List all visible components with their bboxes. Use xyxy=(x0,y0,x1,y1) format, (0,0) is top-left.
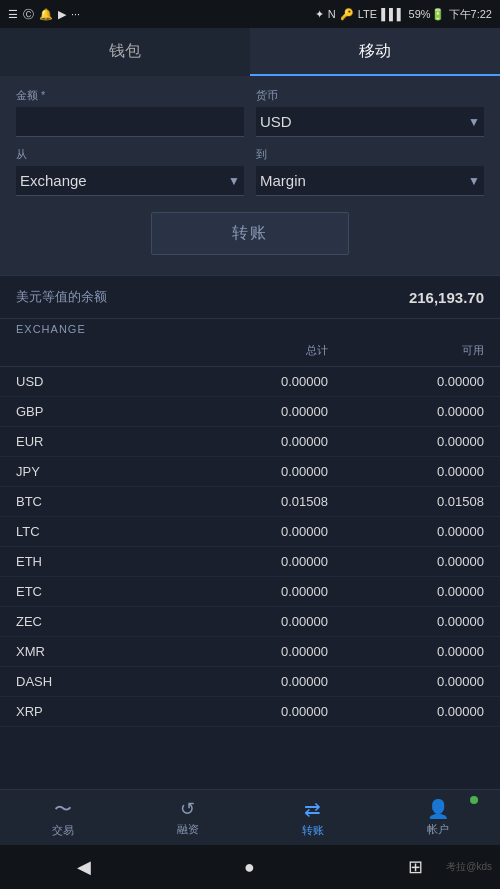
table-row: LTC 0.00000 0.00000 xyxy=(0,517,500,547)
from-field: 从 Exchange ▼ xyxy=(16,147,244,196)
nav-transfer[interactable]: ⇄ 转账 xyxy=(250,790,375,845)
nfc-icon: N xyxy=(328,8,336,20)
table-row: GBP 0.00000 0.00000 xyxy=(0,397,500,427)
from-value: Exchange xyxy=(20,172,87,189)
currency-arrow-icon: ▼ xyxy=(468,115,480,129)
back-button[interactable]: ◀ xyxy=(77,856,91,878)
cell-name-8: ZEC xyxy=(16,614,172,629)
nav-fund-label: 融资 xyxy=(177,822,199,837)
balance-label: 美元等值的余额 xyxy=(16,288,107,306)
recents-button[interactable]: ⊞ xyxy=(408,856,423,878)
cell-name-5: LTC xyxy=(16,524,172,539)
from-label: 从 xyxy=(16,147,244,162)
tab-wallet[interactable]: 钱包 xyxy=(0,28,250,76)
battery-icon: 59%🔋 xyxy=(409,8,445,21)
cell-avail-0: 0.00000 xyxy=(328,374,484,389)
currency-field: 货币 USD ▼ xyxy=(256,88,484,137)
tab-move[interactable]: 移动 xyxy=(250,28,500,76)
from-select[interactable]: Exchange ▼ xyxy=(16,166,244,196)
balance-area: 美元等值的余额 216,193.70 xyxy=(0,275,500,319)
cell-name-11: XRP xyxy=(16,704,172,719)
cell-total-3: 0.00000 xyxy=(172,464,328,479)
table-row: BTC 0.01508 0.01508 xyxy=(0,487,500,517)
dots: ··· xyxy=(71,8,80,20)
amount-input[interactable] xyxy=(16,107,244,137)
transfer-btn-row: 转账 xyxy=(16,212,484,259)
amount-currency-row: 金额 * 货币 USD ▼ xyxy=(16,88,484,137)
cell-avail-7: 0.00000 xyxy=(328,584,484,599)
col-header-available: 可用 xyxy=(328,343,484,358)
cell-total-10: 0.00000 xyxy=(172,674,328,689)
play-icon: ▶ xyxy=(58,8,66,21)
cell-total-11: 0.00000 xyxy=(172,704,328,719)
currency-label: 货币 xyxy=(256,88,484,103)
cell-name-3: JPY xyxy=(16,464,172,479)
to-arrow-icon: ▼ xyxy=(468,174,480,188)
table-row: JPY 0.00000 0.00000 xyxy=(0,457,500,487)
watermark: 考拉@kds xyxy=(446,860,492,874)
to-field: 到 Margin ▼ xyxy=(256,147,484,196)
section-label: EXCHANGE xyxy=(0,319,500,335)
table-header: 总计 可用 xyxy=(0,335,500,367)
cell-avail-3: 0.00000 xyxy=(328,464,484,479)
cell-name-1: GBP xyxy=(16,404,172,419)
nav-transfer-label: 转账 xyxy=(302,823,324,838)
balance-value: 216,193.70 xyxy=(409,289,484,306)
cell-avail-4: 0.01508 xyxy=(328,494,484,509)
currency-select[interactable]: USD ▼ xyxy=(256,107,484,137)
table-row: DASH 0.00000 0.00000 xyxy=(0,667,500,697)
table-row: USD 0.00000 0.00000 xyxy=(0,367,500,397)
home-button[interactable]: ● xyxy=(244,857,255,878)
key-icon: 🔑 xyxy=(340,8,354,21)
transfer-button[interactable]: 转账 xyxy=(151,212,349,255)
bluetooth-icon: ✦ xyxy=(315,8,324,21)
table-row: EUR 0.00000 0.00000 xyxy=(0,427,500,457)
cell-total-9: 0.00000 xyxy=(172,644,328,659)
menu-icon: ☰ xyxy=(8,8,18,21)
to-value: Margin xyxy=(260,172,306,189)
bottom-nav: 〜 交易 ↺ 融资 ⇄ 转账 👤 帐户 xyxy=(0,789,500,845)
col-header-total: 总计 xyxy=(172,343,328,358)
nav-trade-label: 交易 xyxy=(52,823,74,838)
to-select[interactable]: Margin ▼ xyxy=(256,166,484,196)
cell-avail-10: 0.00000 xyxy=(328,674,484,689)
table-row: ETH 0.00000 0.00000 xyxy=(0,547,500,577)
cell-total-7: 0.00000 xyxy=(172,584,328,599)
account-online-dot xyxy=(470,796,478,804)
status-bar: ☰ Ⓒ 🔔 ▶ ··· ✦ N 🔑 LTE ▌▌▌ 59%🔋 下午7:22 xyxy=(0,0,500,28)
nav-account[interactable]: 👤 帐户 xyxy=(375,790,500,845)
col-header-name xyxy=(16,343,172,358)
cell-avail-8: 0.00000 xyxy=(328,614,484,629)
cell-total-6: 0.00000 xyxy=(172,554,328,569)
table-area: USD 0.00000 0.00000 GBP 0.00000 0.00000 … xyxy=(0,367,500,842)
from-to-row: 从 Exchange ▼ 到 Margin ▼ xyxy=(16,147,484,196)
cell-total-8: 0.00000 xyxy=(172,614,328,629)
from-arrow-icon: ▼ xyxy=(228,174,240,188)
nav-account-label: 帐户 xyxy=(427,822,449,837)
status-left-icons: ☰ Ⓒ 🔔 ▶ ··· xyxy=(8,7,80,22)
cell-name-10: DASH xyxy=(16,674,172,689)
transfer-icon: ⇄ xyxy=(304,797,321,821)
cell-avail-5: 0.00000 xyxy=(328,524,484,539)
table-row: XMR 0.00000 0.00000 xyxy=(0,637,500,667)
cell-avail-11: 0.00000 xyxy=(328,704,484,719)
top-tabs: 钱包 移动 xyxy=(0,28,500,76)
cell-total-4: 0.01508 xyxy=(172,494,328,509)
cell-name-9: XMR xyxy=(16,644,172,659)
nav-fund[interactable]: ↺ 融资 xyxy=(125,790,250,845)
nav-trade[interactable]: 〜 交易 xyxy=(0,790,125,845)
currency-value: USD xyxy=(260,113,292,130)
account-icon: 👤 xyxy=(427,798,449,820)
signal-icon: ▌▌▌ xyxy=(381,8,404,20)
amount-label: 金额 * xyxy=(16,88,244,103)
cell-name-2: EUR xyxy=(16,434,172,449)
table-row: ETC 0.00000 0.00000 xyxy=(0,577,500,607)
cell-name-4: BTC xyxy=(16,494,172,509)
cell-total-0: 0.00000 xyxy=(172,374,328,389)
cell-total-1: 0.00000 xyxy=(172,404,328,419)
cell-avail-2: 0.00000 xyxy=(328,434,484,449)
bell-icon: 🔔 xyxy=(39,8,53,21)
cell-avail-6: 0.00000 xyxy=(328,554,484,569)
to-label: 到 xyxy=(256,147,484,162)
android-bar: ◀ ● ⊞ 考拉@kds xyxy=(0,845,500,889)
